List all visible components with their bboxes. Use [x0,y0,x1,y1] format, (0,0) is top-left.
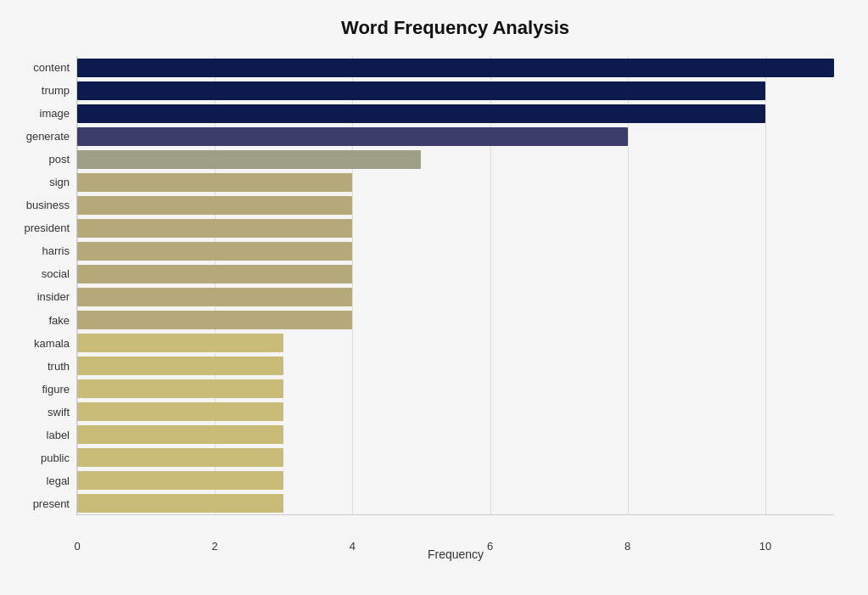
bar-row [77,102,834,125]
bar [77,219,352,238]
bar [77,265,352,283]
y-label: image [8,102,76,125]
bar [77,402,283,421]
y-label: harris [8,239,76,262]
bar-row [77,148,834,171]
bar [77,448,283,467]
bars-container [77,56,834,514]
bar-row [77,491,834,514]
chart-container: Word Frequency Analysis contenttrumpimag… [0,0,868,595]
x-tick-label: 10 [759,540,771,553]
y-label: insider [8,285,76,308]
y-label: trump [8,79,76,102]
y-label: public [8,446,76,469]
bar [77,334,283,352]
y-label: kamala [8,332,76,355]
bar-row [77,56,834,79]
bar-row [77,377,834,400]
bar [77,425,283,444]
bar [77,81,765,100]
bar-row [77,400,834,423]
y-label: fake [8,309,76,332]
bar-row [77,171,834,194]
bar-row [77,331,834,354]
bar-row [77,285,834,308]
y-label: content [8,56,76,79]
x-tick-label: 0 [74,540,80,553]
y-label: truth [8,355,76,378]
x-tick-label: 8 [624,540,630,553]
y-label: label [8,424,76,446]
bar [77,127,628,146]
bar-row [77,308,834,331]
bar-row [77,354,834,377]
y-labels: contenttrumpimagegeneratepostsignbusines… [8,56,76,515]
bar-row [77,125,834,148]
bar [77,196,352,215]
y-label: generate [8,125,76,148]
bar [77,311,352,329]
bar [77,150,421,169]
y-label: swift [8,401,76,424]
y-label: legal [8,469,76,492]
bar [77,379,283,398]
chart-title: Word Frequency Analysis [8,17,834,39]
chart-area: contenttrumpimagegeneratepostsignbusines… [8,56,834,515]
bar [77,356,283,375]
y-label: figure [8,378,76,401]
y-label: social [8,262,76,285]
y-label: post [8,148,76,171]
x-axis-title: Frequency [428,547,484,561]
bar-row [77,239,834,262]
x-tick-label: 4 [350,540,356,553]
bar-row [77,79,834,102]
plot-area: 0246810 Frequency [76,56,834,515]
bar-row [77,194,834,216]
x-tick-label: 2 [212,540,218,553]
bar [77,242,352,261]
bar-row [77,446,834,469]
bar [77,288,352,306]
bar [77,494,283,513]
x-tick-label: 6 [487,540,493,553]
bar-row [77,423,834,446]
bar [77,173,352,192]
bar-row [77,262,834,285]
bar-row [77,469,834,491]
y-label: sign [8,171,76,194]
bar [77,471,283,490]
bar-row [77,216,834,239]
y-label: president [8,216,76,239]
y-label: business [8,194,76,216]
bar [77,59,834,77]
y-label: present [8,492,76,515]
bar [77,104,765,123]
